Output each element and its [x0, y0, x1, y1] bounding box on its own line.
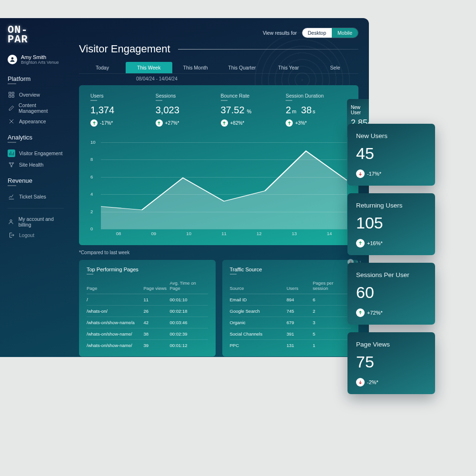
cross-tools-icon	[8, 118, 15, 125]
grid-icon	[8, 91, 15, 99]
svg-rect-1	[9, 92, 11, 94]
main-content: View results for Desktop Mobile Visitor …	[70, 18, 369, 357]
nav-label: Logout	[19, 232, 34, 238]
brand-logo: ON- PAR	[8, 26, 64, 45]
nav-label: Appearance	[19, 119, 46, 124]
tables-row: Top Performing Pages PagePage viewsAvg. …	[79, 260, 358, 357]
svg-point-0	[11, 57, 14, 60]
view-results-label: View results for	[263, 30, 297, 36]
nav-label: Visitor Engagement	[19, 150, 62, 156]
engagement-chart: 0246810 08091011121314	[90, 142, 347, 238]
floating-cards: New Users 45 -17%* Returning Users 105 +…	[347, 124, 435, 394]
arrow-up-icon	[356, 308, 365, 317]
arrow-up-icon	[221, 119, 228, 127]
logout-icon	[8, 231, 15, 239]
section-revenue-title: Revenue	[8, 177, 64, 184]
nav-appearance[interactable]: Appearance	[8, 116, 64, 127]
tab-sele[interactable]: Sele	[312, 62, 358, 73]
brand-line2: PAR	[8, 35, 64, 45]
table-row[interactable]: /whats-on/show-name/3800:02:39	[87, 328, 208, 340]
page-title: Visitor Engagement	[79, 43, 170, 55]
nav-content[interactable]: Content Management	[8, 100, 64, 116]
top-pages-title: Top Performing Pages	[87, 267, 208, 272]
time-tabs: TodayThis WeekThis MonthThis QuarterThis…	[79, 62, 358, 73]
arrow-down-icon	[356, 169, 365, 178]
top-pages-card: Top Performing Pages PagePage viewsAvg. …	[79, 260, 216, 357]
nav-visitor-engagement[interactable]: Visitor Engagement	[8, 148, 64, 159]
page-title-row: Visitor Engagement	[79, 43, 358, 55]
nav-ticket-sales[interactable]: Ticket Sales	[8, 191, 64, 202]
nav-label: Site Health	[19, 162, 43, 168]
metric-users: Users 1,374 -17%*	[90, 93, 152, 127]
card-returning-users[interactable]: Returning Users 105 +16%*	[347, 193, 435, 255]
avatar	[8, 55, 17, 64]
nav-label: Overview	[19, 92, 40, 98]
person-icon	[8, 218, 15, 226]
arrow-up-icon	[156, 119, 163, 127]
top-pages-table: PagePage viewsAvg. Time on Page/1100:01:…	[87, 280, 208, 351]
cut-card-title: New User	[351, 105, 369, 115]
traffic-title: Traffic Source	[230, 267, 351, 272]
tab-today[interactable]: Today	[79, 62, 126, 73]
nav-logout[interactable]: Logout	[8, 229, 64, 241]
nav-account-billing[interactable]: My account and billing	[8, 214, 64, 229]
arrow-up-icon	[286, 119, 293, 127]
nav-label: My account and billing	[19, 216, 64, 228]
table-row[interactable]: Email ID8946	[230, 294, 351, 306]
segment-desktop[interactable]: Desktop	[302, 28, 332, 38]
card-new-users[interactable]: New Users 45 -17%*	[347, 124, 435, 186]
card-sessions-per-user[interactable]: Sessions Per User 60 +72%*	[347, 263, 435, 325]
bar-chart-icon	[8, 149, 15, 157]
arrow-up-icon	[90, 119, 98, 127]
tab-this-week[interactable]: This Week	[126, 62, 172, 73]
table-row[interactable]: Google Search7452	[230, 306, 351, 317]
device-segmented: Desktop Mobile	[302, 28, 358, 38]
svg-rect-4	[12, 95, 14, 97]
svg-point-7	[11, 166, 12, 167]
sidebar: ON- PAR Amy Smith Brighton Arts Venue Pl…	[0, 18, 70, 357]
table-row[interactable]: PPC1311	[230, 340, 351, 351]
svg-rect-2	[12, 92, 14, 94]
title-divider	[178, 49, 358, 50]
table-row[interactable]: Organic6793	[230, 317, 351, 328]
nav-label: Content Management	[19, 102, 64, 114]
account-name: Amy Smith	[21, 54, 59, 60]
network-icon	[8, 161, 15, 169]
topbar: View results for Desktop Mobile	[79, 28, 358, 38]
footnote: *Compared to last week	[79, 250, 358, 255]
account-sub: Brighton Arts Venue	[21, 60, 59, 65]
segment-mobile[interactable]: Mobile	[332, 28, 358, 38]
table-row[interactable]: /whats-on/show-name/a4200:03:46	[87, 317, 208, 328]
svg-point-6	[12, 162, 13, 163]
svg-point-5	[9, 162, 10, 163]
traffic-card: Traffic Source SourceUsersPages per sess…	[222, 260, 359, 357]
tab-this-year[interactable]: This Year	[265, 62, 312, 73]
metric-session-duration: Session Duration 2m38s +3%*	[286, 93, 347, 127]
date-range: 08/04/24 - 14/04/24	[79, 76, 358, 81]
tab-this-month[interactable]: This Month	[172, 62, 219, 73]
card-page-views[interactable]: Page Views 75 -2%*	[347, 332, 435, 394]
section-analytics-title: Analytics	[8, 134, 64, 141]
metric-bounce-rate: Bounce Rate 37.52 % +82%*	[221, 93, 282, 127]
metric-sessions: Sessions 3,023 +27%*	[156, 93, 217, 127]
edit-icon	[8, 104, 15, 112]
account-block[interactable]: Amy Smith Brighton Arts Venue	[8, 54, 64, 65]
arrow-up-icon	[356, 239, 365, 248]
tab-this-quarter[interactable]: This Quarter	[218, 62, 265, 73]
nav-site-health[interactable]: Site Health	[8, 159, 64, 170]
svg-point-8	[10, 220, 12, 222]
table-row[interactable]: /whats-on/show-name/3900:01:12	[87, 340, 208, 351]
section-platform-title: Platform	[8, 75, 64, 82]
table-row[interactable]: Social Channels3915	[230, 328, 351, 340]
svg-rect-3	[9, 95, 11, 97]
table-row[interactable]: /1100:01:10	[87, 294, 208, 306]
line-chart-icon	[8, 193, 15, 200]
table-row[interactable]: /whats-on/2600:02:18	[87, 306, 208, 317]
nav-overview[interactable]: Overview	[8, 89, 64, 100]
dashboard: ON- PAR Amy Smith Brighton Arts Venue Pl…	[0, 18, 369, 357]
traffic-table: SourceUsersPages per sessionEmail ID8946…	[230, 280, 351, 351]
nav-label: Ticket Sales	[19, 194, 46, 199]
arrow-down-icon	[356, 378, 365, 387]
metrics-panel: Users 1,374 -17%* Sessions 3,023 +27%* B…	[79, 85, 358, 245]
